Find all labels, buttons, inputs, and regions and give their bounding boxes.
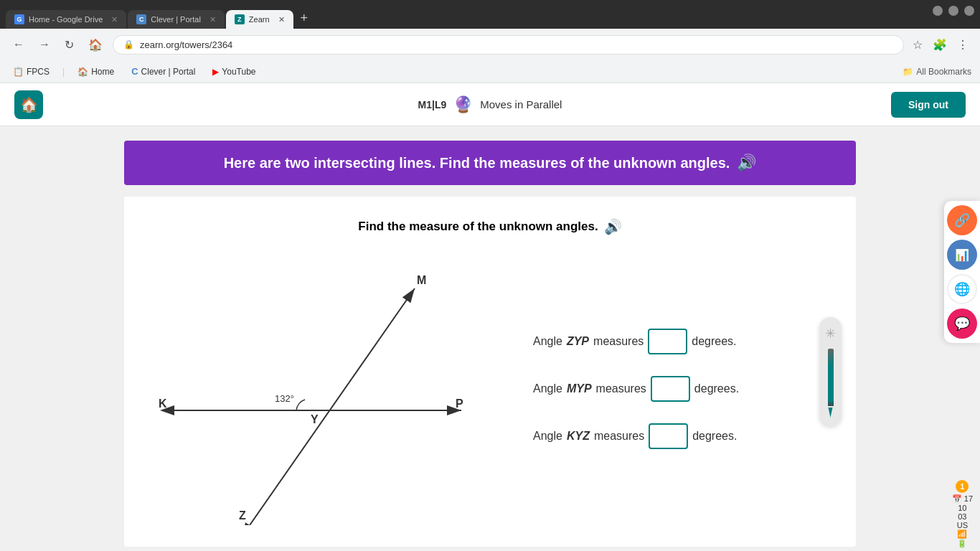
- time-display: 1003: [958, 504, 966, 521]
- point-P: P: [456, 397, 463, 410]
- extension-button[interactable]: 🧩: [930, 35, 950, 55]
- angle-myp-suffix: measures: [596, 382, 646, 395]
- tab-clever[interactable]: C Clever | Portal ✕: [128, 10, 225, 29]
- secure-icon: 🔒: [123, 39, 134, 50]
- bookmark-star-button[interactable]: ☆: [910, 35, 925, 55]
- badge-1: 1: [956, 480, 969, 493]
- reload-button[interactable]: ↻: [60, 35, 78, 55]
- all-bookmarks-button[interactable]: 📁 All Bookmarks: [903, 67, 971, 77]
- angle-label: 132°: [275, 393, 294, 404]
- app-header: 🏠 M1|L9 🔮 Moves in Parallel Sign out: [0, 83, 980, 126]
- angle-myp-degrees: degrees.: [694, 382, 739, 395]
- angle-zyp-input[interactable]: [648, 329, 687, 354]
- angle-zyp-suffix: measures: [593, 335, 644, 348]
- angle-kyz-label: KYZ: [567, 430, 590, 443]
- lesson-title: Moves in Parallel: [480, 98, 562, 110]
- wifi-icon: 📶: [957, 529, 967, 539]
- angle-inputs: Angle ZYP measures degrees. Angle MYP me…: [504, 253, 834, 525]
- audio-icon[interactable]: 🔊: [737, 154, 756, 172]
- banner-text: Here are two intersecting lines. Find th…: [224, 155, 730, 171]
- lesson-badge: M1|L9: [418, 99, 447, 110]
- right-sidebar: 🔗 📊 🌐 💬: [944, 201, 980, 343]
- bookmark-youtube-label: YouTube: [222, 67, 255, 77]
- point-K: K: [159, 397, 167, 410]
- point-Z: Z: [239, 509, 246, 522]
- more-menu-button[interactable]: ⋮: [954, 35, 971, 55]
- angle-kyz-suffix: measures: [594, 430, 644, 443]
- tab-close-zearn[interactable]: ✕: [278, 15, 285, 24]
- angle-zyp-row: Angle ZYP measures degrees.: [533, 329, 834, 354]
- bookmark-clever-label: Clever | Portal: [141, 67, 196, 77]
- point-M: M: [417, 274, 426, 286]
- point-Y: Y: [311, 413, 319, 425]
- tab-close-google-drive[interactable]: ✕: [111, 15, 118, 24]
- tab-label-zearn: Zearn: [249, 15, 270, 24]
- tab-zearn[interactable]: Z Zearn ✕: [226, 10, 293, 29]
- rs-chrome-icon[interactable]: 🌐: [947, 274, 977, 304]
- svg-line-1: [250, 288, 415, 525]
- tab-label-google-drive: Home - Google Drive: [29, 15, 103, 24]
- bookmark-separator-1: |: [62, 67, 65, 77]
- home-button[interactable]: 🏠: [84, 35, 107, 55]
- angle-kyz-row: Angle KYZ measures degrees.: [533, 423, 834, 449]
- bookmark-youtube[interactable]: ▶ YouTube: [208, 65, 260, 78]
- angle-kyz-prefix: Angle: [533, 430, 562, 443]
- angle-zyp-degrees: degrees.: [692, 335, 736, 348]
- angle-myp-row: Angle MYP measures degrees.: [533, 376, 834, 402]
- close-window-button[interactable]: ✕: [964, 6, 974, 16]
- bookmark-home[interactable]: 🏠 Home: [73, 65, 118, 78]
- bookmark-fpcs[interactable]: 📋 FPCS: [9, 65, 54, 78]
- angle-kyz-input[interactable]: [649, 423, 688, 449]
- bottom-right-info: 1 📅 17 1003 US 📶 🔋: [945, 477, 980, 551]
- sparkle-icon: ✳: [825, 326, 836, 342]
- address-bar[interactable]: 🔒 zearn.org/towers/2364: [113, 35, 904, 55]
- angle-myp-label: MYP: [567, 382, 592, 395]
- audio-icon-2[interactable]: 🔊: [604, 218, 622, 235]
- exercise-card: Find the measure of the unknown angles. …: [124, 197, 856, 547]
- forward-button[interactable]: →: [34, 35, 55, 54]
- tab-label-clever: Clever | Portal: [151, 15, 201, 24]
- tool-sidebar: ✳: [819, 317, 842, 426]
- tab-google-drive[interactable]: G Home - Google Drive ✕: [6, 10, 126, 29]
- angle-myp-input[interactable]: [651, 376, 690, 402]
- exercise-title: Find the measure of the unknown angles. …: [146, 218, 834, 235]
- tab-close-clever[interactable]: ✕: [209, 15, 216, 24]
- sign-out-button[interactable]: Sign out: [891, 92, 966, 118]
- calendar-icon: 📅 17: [952, 494, 973, 504]
- question-banner: Here are two intersecting lines. Find th…: [124, 141, 856, 185]
- moves-icon: 🔮: [453, 95, 473, 114]
- angle-kyz-degrees: degrees.: [692, 430, 737, 443]
- header-center: M1|L9 🔮 Moves in Parallel: [418, 95, 562, 114]
- bookmark-clever-icon: C: [131, 66, 138, 77]
- address-text: zearn.org/towers/2364: [140, 39, 893, 50]
- main-content: Here are two intersecting lines. Find th…: [0, 126, 980, 551]
- diagram-area: Y M Z K P 132°: [146, 253, 476, 525]
- exercise-title-text: Find the measure of the unknown angles.: [358, 220, 598, 234]
- new-tab-button[interactable]: +: [295, 8, 314, 29]
- bookmark-home-icon: 🏠: [77, 67, 88, 77]
- pencil-tool[interactable]: [827, 349, 834, 418]
- geometry-diagram: Y M Z K P 132°: [146, 253, 476, 525]
- bookmark-clever[interactable]: C Clever | Portal: [127, 65, 199, 78]
- minimize-button[interactable]: —: [933, 6, 943, 16]
- bookmark-fpcs-label: FPCS: [27, 67, 50, 77]
- rs-icon-4[interactable]: 💬: [947, 309, 977, 339]
- bookmark-youtube-icon: ▶: [212, 67, 219, 77]
- all-bookmarks-label: All Bookmarks: [916, 67, 971, 77]
- bookmark-fpcs-icon: 📋: [13, 67, 24, 77]
- angle-zyp-prefix: Angle: [533, 335, 562, 348]
- back-button[interactable]: ←: [9, 35, 29, 54]
- maximize-button[interactable]: ⬜: [948, 6, 958, 16]
- zearn-logo: 🏠: [14, 90, 43, 119]
- rs-icon-1[interactable]: 🔗: [947, 205, 977, 235]
- bookmark-home-label: Home: [91, 67, 114, 77]
- rs-icon-2[interactable]: 📊: [947, 240, 977, 270]
- all-bookmarks-folder-icon: 📁: [903, 67, 913, 77]
- logo-icon: 🏠: [14, 90, 43, 119]
- locale-display: US: [957, 521, 968, 529]
- battery-icon: 🔋: [957, 539, 967, 548]
- angle-myp-prefix: Angle: [533, 382, 562, 395]
- angle-zyp-label: ZYP: [567, 335, 589, 348]
